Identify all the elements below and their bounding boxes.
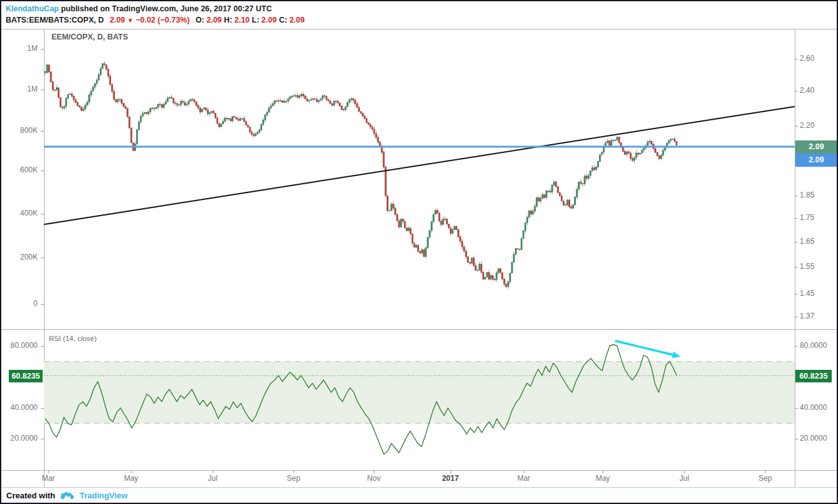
time-axis-tick bbox=[213, 470, 213, 473]
rsi-axis-label: 80.0000 bbox=[1, 341, 38, 350]
rsi-axis-tick bbox=[41, 346, 44, 347]
high-value: 2.10 bbox=[235, 16, 250, 24]
volume-axis-label: 200K bbox=[1, 253, 38, 261]
rsi-axis-label: 20.0000 bbox=[800, 434, 827, 443]
tradingview-logo-icon[interactable] bbox=[60, 490, 75, 501]
symbol-name: BATS:EEM/BATS:COPX, D bbox=[6, 16, 103, 24]
price-axis-label: 1.65 bbox=[800, 237, 814, 246]
rsi-pane[interactable] bbox=[44, 329, 795, 470]
time-axis-tick bbox=[294, 470, 294, 473]
time-axis-tick bbox=[684, 470, 685, 473]
time-axis-tick bbox=[765, 470, 766, 473]
price-axis-tick bbox=[795, 294, 798, 295]
price-axis-label: 1.45 bbox=[800, 289, 814, 298]
price-axis-tick bbox=[795, 126, 798, 127]
time-axis-label: Sep bbox=[287, 474, 300, 483]
time-axis-label: Jul bbox=[679, 474, 689, 483]
rsi-axis-tick bbox=[795, 346, 798, 347]
high-label: H: bbox=[224, 16, 232, 24]
rsi-value-badge-right: 60.8235 bbox=[795, 370, 832, 382]
rsi-axis-tick bbox=[41, 408, 44, 409]
price-axis-tick bbox=[795, 317, 798, 317]
low-value: 2.09 bbox=[262, 16, 277, 24]
time-axis-label: Sep bbox=[758, 474, 772, 483]
volume-axis-tick bbox=[41, 171, 44, 171]
price-axis-label: 2.20 bbox=[800, 121, 814, 130]
close-value: 2.09 bbox=[289, 16, 304, 24]
time-axis-label: Mar bbox=[517, 474, 531, 483]
created-with-label: Created with bbox=[6, 491, 55, 500]
price-axis-label: 2.40 bbox=[800, 86, 814, 95]
volume-axis-label: 1M bbox=[1, 44, 38, 53]
volume-axis-tick bbox=[41, 304, 44, 305]
price-pane[interactable] bbox=[44, 29, 795, 329]
time-axis-tick bbox=[603, 470, 603, 473]
price-axis-label: 1.37 bbox=[800, 312, 814, 320]
price-axis-label: 2.60 bbox=[800, 54, 814, 63]
time-axis-tick bbox=[524, 470, 524, 473]
time-axis-line bbox=[1, 470, 838, 471]
price-axis-tick bbox=[795, 242, 798, 243]
publish-text: published on TradingView.com, June 26, 2… bbox=[61, 4, 272, 13]
price-axis-tick bbox=[795, 267, 798, 268]
time-axis-label: Mar bbox=[42, 474, 55, 483]
price-axis-label: 1.85 bbox=[800, 191, 814, 199]
time-axis-label: 2017 bbox=[442, 474, 459, 483]
volume-axis-label: 400K bbox=[1, 209, 38, 218]
volume-axis-label: 0 bbox=[1, 299, 38, 308]
time-axis-tick bbox=[450, 470, 451, 473]
down-triangle-icon: ▼ bbox=[127, 17, 134, 24]
open-label: O: bbox=[196, 16, 204, 24]
trend-line bbox=[44, 107, 795, 224]
rsi-band bbox=[44, 362, 795, 424]
time-axis-label: May bbox=[596, 474, 610, 483]
time-axis-tick bbox=[48, 470, 49, 473]
arrow-annotation bbox=[616, 341, 677, 356]
volume-axis-tick bbox=[41, 90, 44, 90]
volume-axis-label: 800K bbox=[1, 126, 38, 135]
tradingview-snapshot: KlendathuCap published on TradingView.co… bbox=[0, 0, 838, 504]
price-change: −0.02 (−0.73%) bbox=[135, 16, 189, 24]
rsi-axis-label: 40.0000 bbox=[800, 403, 827, 412]
price-axis-label: 1.55 bbox=[800, 262, 814, 271]
symbol-quote-row: BATS:EEM/BATS:COPX, D 2.09 ▼ −0.02 (−0.7… bbox=[6, 16, 305, 24]
volume-axis-tick bbox=[41, 131, 44, 132]
rsi-axis-tick bbox=[795, 408, 798, 409]
time-axis-tick bbox=[374, 470, 374, 473]
right-axis-border bbox=[795, 29, 795, 487]
low-label: L: bbox=[252, 16, 260, 24]
price-axis-tick bbox=[795, 218, 798, 219]
volume-axis-tick bbox=[41, 258, 44, 258]
footer-bar: Created with TradingView bbox=[1, 487, 837, 503]
last-price: 2.09 bbox=[110, 16, 125, 24]
volume-axis-label: 600K bbox=[1, 165, 38, 174]
time-axis-tick bbox=[131, 470, 132, 473]
rsi-axis-tick bbox=[795, 439, 798, 439]
rsi-axis-label: 80.0000 bbox=[800, 341, 827, 350]
time-axis-label: May bbox=[124, 474, 139, 483]
volume-axis-tick bbox=[41, 214, 44, 214]
rsi-value-badge-left: 60.8235 bbox=[9, 370, 43, 382]
publish-header: KlendathuCap published on TradingView.co… bbox=[6, 4, 272, 13]
author-name: KlendathuCap bbox=[6, 4, 59, 13]
volume-axis-label: 1M bbox=[1, 85, 38, 93]
tradingview-brand-link[interactable]: TradingView bbox=[80, 491, 127, 500]
close-label: C: bbox=[279, 16, 287, 24]
time-axis-label: Jul bbox=[208, 474, 217, 483]
price-axis-label: 1.75 bbox=[800, 213, 814, 222]
last-price-badge: 2.09 bbox=[795, 140, 837, 154]
price-axis-tick bbox=[795, 196, 798, 196]
price-axis-tick bbox=[795, 59, 798, 60]
volume-axis-tick bbox=[41, 49, 44, 50]
arrow-head-icon bbox=[672, 352, 681, 359]
open-value: 2.09 bbox=[206, 16, 221, 24]
rsi-axis-tick bbox=[41, 439, 44, 439]
price-axis-tick bbox=[795, 91, 798, 92]
time-axis-label: Nov bbox=[367, 474, 380, 483]
rsi-axis-label: 40.0000 bbox=[1, 403, 38, 412]
rsi-axis-label: 20.0000 bbox=[1, 434, 38, 443]
hline-price-badge: 2.09 bbox=[795, 154, 837, 167]
